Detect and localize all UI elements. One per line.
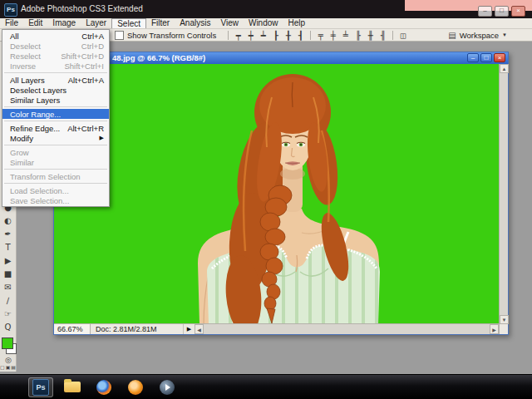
menu-item-all[interactable]: All Ctrl+A	[2, 31, 109, 41]
taskbar-explorer-button[interactable]	[60, 377, 85, 397]
show-transform-controls-checkbox[interactable]	[115, 31, 124, 40]
scroll-left-icon[interactable]: ◀	[195, 324, 204, 334]
options-divider	[392, 31, 393, 40]
menu-item-shortcut: Shift+Ctrl+D	[61, 52, 104, 61]
menu-item-label: Reselect	[10, 52, 41, 61]
menu-item-label: Grow	[10, 148, 29, 157]
notes-tool[interactable]: ✉	[0, 281, 16, 294]
distribute-top-edges-button[interactable]: ╤	[314, 30, 327, 41]
menu-layer[interactable]: Layer	[81, 18, 111, 28]
distribute-horizontal-centers-button[interactable]: ╫	[364, 30, 377, 41]
menu-separator	[4, 121, 107, 121]
vertical-scrollbar[interactable]: ▲ ▼	[499, 64, 508, 324]
menu-item-load-selection[interactable]: Load Selection...	[2, 185, 109, 195]
menu-item-reselect[interactable]: Reselect Shift+Ctrl+D	[2, 51, 109, 61]
document-status-bar: 66.67% Doc: 2.81M/2.81M ▶ ◀ ▶	[54, 323, 508, 334]
minimize-button[interactable]: –	[478, 6, 492, 17]
pen-tool[interactable]: ✒	[0, 228, 16, 241]
document-close-button[interactable]: ×	[494, 53, 505, 62]
document-minimize-button[interactable]: –	[467, 53, 479, 62]
taskbar-firefox-2-button[interactable]	[123, 377, 148, 397]
app-title: Adobe Photoshop CS3 Extended	[21, 4, 143, 13]
scroll-right-icon[interactable]: ▶	[490, 324, 499, 334]
taskbar-media-player-button[interactable]	[155, 377, 180, 397]
menu-view[interactable]: View	[215, 18, 244, 28]
menu-item-save-selection[interactable]: Save Selection...	[2, 195, 109, 205]
taskbar-firefox-button[interactable]	[91, 377, 116, 397]
align-horizontal-centers-button[interactable]: ╂	[282, 30, 294, 41]
standard-screen-icon: ▢	[0, 365, 6, 370]
menu-item-shortcut: Alt+Ctrl+A	[68, 76, 104, 85]
submenu-arrow-icon: ▶	[100, 135, 104, 141]
menu-item-color-range[interactable]: Color Range...	[2, 109, 109, 119]
menu-item-similar[interactable]: Similar	[2, 157, 109, 167]
menu-item-label: Load Selection...	[10, 186, 69, 195]
menu-item-refine-edge[interactable]: Refine Edge... Alt+Ctrl+R	[2, 123, 109, 133]
foreground-color-swatch[interactable]	[2, 337, 13, 349]
shape-tool[interactable]: ■	[0, 268, 16, 281]
zoom-level-field[interactable]: 66.67%	[54, 324, 91, 334]
menu-separator	[4, 72, 107, 73]
menu-analysis[interactable]: Analysis	[175, 18, 215, 28]
menu-item-similar-layers[interactable]: Similar Layers	[2, 95, 109, 105]
firefox-icon	[96, 380, 111, 395]
zoom-tool[interactable]: Q	[0, 321, 16, 334]
status-flyout-arrow-icon[interactable]: ▶	[184, 324, 195, 334]
align-bottom-edges-button[interactable]: ┷	[257, 30, 269, 41]
align-right-edges-button[interactable]: ┨	[294, 30, 307, 41]
workspace-icon: ▤	[448, 31, 456, 40]
menu-separator	[4, 145, 107, 145]
media-player-icon	[160, 380, 175, 395]
document-size-readout: Doc: 2.81M/2.81M	[91, 324, 184, 334]
photoshop-icon: Ps	[32, 379, 49, 396]
menu-item-grow[interactable]: Grow	[2, 147, 109, 157]
menu-item-label: Similar Layers	[10, 96, 60, 105]
align-vertical-centers-button[interactable]: ┿	[244, 30, 257, 41]
close-button[interactable]: ×	[511, 6, 525, 17]
auto-align-layers-button[interactable]: ◫	[397, 30, 409, 41]
menu-item-deselect-layers[interactable]: Deselect Layers	[2, 85, 109, 95]
eyedropper-tool[interactable]: ∕	[0, 294, 16, 308]
horizontal-scrollbar[interactable]: ◀ ▶	[195, 324, 499, 334]
menu-separator	[4, 106, 107, 107]
scroll-up-icon[interactable]: ▲	[500, 64, 509, 73]
menu-file[interactable]: File	[0, 18, 23, 28]
hand-tool[interactable]: ☞	[0, 308, 16, 321]
document-window: 48.jpg @ 66.7% (RGB/8#) – □ ×	[53, 52, 509, 335]
document-maximize-button[interactable]: □	[480, 53, 492, 62]
menu-item-label: Save Selection...	[10, 196, 69, 205]
menu-select[interactable]: Select	[111, 18, 146, 28]
workspace-switcher[interactable]: ▤ Workspace ▼	[448, 31, 507, 40]
menu-window[interactable]: Window	[244, 18, 283, 28]
align-top-edges-button[interactable]: ┯	[232, 30, 244, 41]
full-screen-icon: ▤	[11, 365, 17, 370]
type-tool[interactable]: T	[0, 241, 16, 254]
taskbar-photoshop-button[interactable]: Ps	[28, 377, 53, 397]
distribute-bottom-edges-button[interactable]: ╧	[339, 30, 352, 41]
menu-separator	[4, 183, 107, 184]
screen-mode-buttons[interactable]: ▢▣▤	[0, 364, 17, 370]
menu-item-transform-selection[interactable]: Transform Selection	[2, 171, 109, 181]
menu-help[interactable]: Help	[283, 18, 311, 28]
document-canvas[interactable]	[54, 64, 499, 324]
options-divider	[228, 31, 229, 40]
menu-edit[interactable]: Edit	[23, 18, 47, 28]
menu-item-modify[interactable]: Modify ▶	[2, 133, 109, 143]
menu-item-deselect[interactable]: Deselect Ctrl+D	[2, 41, 109, 51]
quick-mask-button[interactable]: ◎	[0, 356, 17, 364]
document-title-bar[interactable]: 48.jpg @ 66.7% (RGB/8#)	[54, 52, 508, 64]
menu-filter[interactable]: Filter	[146, 18, 175, 28]
menu-item-label: Modify	[10, 134, 33, 143]
align-left-edges-button[interactable]: ┠	[269, 30, 282, 41]
select-menu-dropdown: All Ctrl+A Deselect Ctrl+D Reselect Shif…	[2, 29, 110, 207]
distribute-right-edges-button[interactable]: ╢	[377, 30, 389, 41]
menu-image[interactable]: Image	[47, 18, 81, 28]
distribute-left-edges-button[interactable]: ╟	[352, 30, 364, 41]
dodge-tool[interactable]: ◐	[0, 214, 16, 228]
menu-item-all-layers[interactable]: All Layers Alt+Ctrl+A	[2, 75, 109, 85]
path-selection-tool[interactable]: ▶	[0, 254, 16, 268]
distribute-vertical-centers-button[interactable]: ╪	[327, 30, 339, 41]
menu-item-inverse[interactable]: Inverse Shift+Ctrl+I	[2, 61, 109, 71]
firefox-icon-2	[128, 380, 143, 395]
maximize-button[interactable]: □	[495, 6, 509, 17]
